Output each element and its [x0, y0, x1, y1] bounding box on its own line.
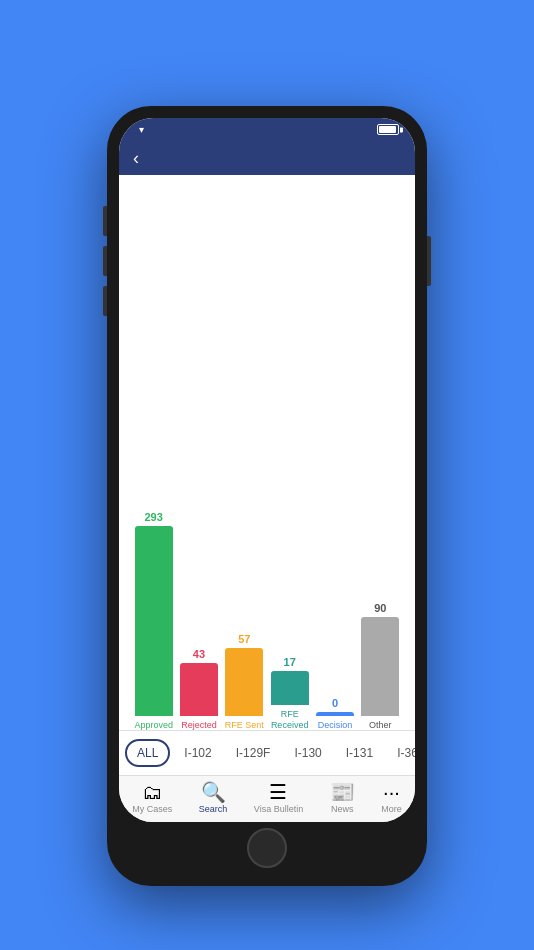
tab-icon-visa-bulletin: ☰	[269, 782, 287, 802]
filter-tabs: ALLI-102I-129FI-130I-131I-360	[119, 730, 415, 775]
battery-icon	[377, 124, 399, 135]
bar-group-rejected: 43Rejected	[178, 648, 219, 731]
bar-value-rfe-received: 17	[284, 656, 296, 668]
tab-news[interactable]: 📰News	[330, 782, 355, 814]
tab-label-news: News	[331, 804, 354, 814]
bar-group-rfe-sent: 57RFE Sent	[224, 633, 265, 731]
filter-tab-i129f[interactable]: I-129F	[226, 741, 281, 765]
bar-rejected	[180, 663, 218, 716]
tab-more[interactable]: ···More	[381, 782, 402, 814]
filter-tab-i102[interactable]: I-102	[174, 741, 221, 765]
phone-screen: ▾ ‹ 293Approved43Rejected57RFE Sent17RFE…	[119, 118, 415, 822]
bar-label-decision: Decision	[318, 720, 353, 731]
back-button[interactable]: ‹	[133, 149, 141, 167]
tab-icon-news: 📰	[330, 782, 355, 802]
tab-label-my-cases: My Cases	[132, 804, 172, 814]
bar-value-decision: 0	[332, 697, 338, 709]
bar-label-rfe-sent: RFE Sent	[225, 720, 264, 731]
filter-tab-i130[interactable]: I-130	[284, 741, 331, 765]
status-carrier: ▾	[135, 124, 144, 135]
bar-other	[361, 617, 399, 716]
tab-icon-more: ···	[383, 782, 400, 802]
bar-label-approved: Approved	[134, 720, 173, 731]
filter-tab-i131[interactable]: I-131	[336, 741, 383, 765]
bar-label-other: Other	[369, 720, 392, 731]
bar-label-rejected: Rejected	[181, 720, 217, 731]
tab-label-visa-bulletin: Visa Bulletin	[254, 804, 303, 814]
bar-rfe-received	[271, 671, 309, 705]
status-bar: ▾	[119, 118, 415, 141]
tab-icon-search: 🔍	[201, 782, 226, 802]
bar-decision	[316, 712, 354, 716]
nav-bar: ‹	[119, 141, 415, 175]
bar-label-rfe-received: RFE Received	[269, 709, 310, 731]
phone-device: ▾ ‹ 293Approved43Rejected57RFE Sent17RFE…	[107, 106, 427, 886]
bar-group-approved: 293Approved	[133, 511, 174, 731]
bar-chart: 293Approved43Rejected57RFE Sent17RFE Rec…	[129, 185, 405, 730]
filter-tab-i360[interactable]: I-360	[387, 741, 415, 765]
bar-value-other: 90	[374, 602, 386, 614]
tab-label-more: More	[381, 804, 402, 814]
filter-tab-all[interactable]: ALL	[125, 739, 170, 767]
tab-icon-my-cases: 🗂	[142, 782, 162, 802]
home-button[interactable]	[247, 828, 287, 868]
bar-group-other: 90Other	[360, 602, 401, 731]
chart-area: 293Approved43Rejected57RFE Sent17RFE Rec…	[119, 175, 415, 730]
tab-my-cases[interactable]: 🗂My Cases	[132, 782, 172, 814]
wifi-icon: ▾	[139, 124, 144, 135]
tab-bar: 🗂My Cases🔍Search☰Visa Bulletin📰News···Mo…	[119, 775, 415, 822]
bar-group-rfe-received: 17RFE Received	[269, 656, 310, 731]
bar-value-rejected: 43	[193, 648, 205, 660]
tab-visa-bulletin[interactable]: ☰Visa Bulletin	[254, 782, 303, 814]
tab-search[interactable]: 🔍Search	[199, 782, 228, 814]
bar-group-decision: 0Decision	[314, 697, 355, 731]
bar-approved	[135, 526, 173, 716]
bar-value-rfe-sent: 57	[238, 633, 250, 645]
bar-rfe-sent	[225, 648, 263, 716]
bar-value-approved: 293	[144, 511, 162, 523]
back-chevron-icon: ‹	[133, 149, 139, 167]
tab-label-search: Search	[199, 804, 228, 814]
